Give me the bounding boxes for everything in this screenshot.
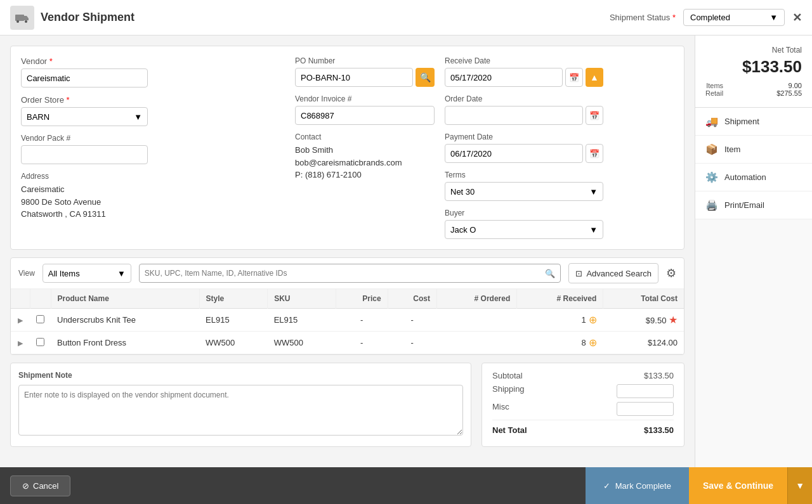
close-button[interactable]: ✕ bbox=[792, 11, 802, 25]
advanced-search-button[interactable]: ⊡ Advanced Search bbox=[568, 263, 658, 283]
right-sidebar: Net Total $133.50 Items Retail 9.00 $275… bbox=[695, 36, 812, 467]
price-cell: - bbox=[336, 309, 388, 332]
table-row: ▶ Button Front Dress WW500 WW500 - - 8 ⊕… bbox=[11, 332, 684, 354]
col-ordered: # Ordered bbox=[437, 289, 517, 309]
modal-header: Vendor Shipment Shipment Status * Comple… bbox=[0, 0, 812, 36]
address-field-group: Address Careismatic 9800 De Soto Avenue … bbox=[21, 172, 148, 221]
sidebar-nav-label: Item bbox=[724, 145, 740, 154]
form-section: Vendor * Order Store * BARN ▼ Vendor Pac… bbox=[10, 46, 684, 250]
col-sku: SKU bbox=[268, 289, 336, 309]
received-cell: 1 ⊕ bbox=[517, 309, 603, 332]
col-check bbox=[30, 289, 51, 309]
expand-cell[interactable]: ▶ bbox=[11, 332, 30, 354]
items-section: View All Items ▼ 🔍 ⊡ Advanced Search ⚙ bbox=[10, 257, 684, 355]
add-received-button[interactable]: ⊕ bbox=[589, 337, 597, 349]
sidebar-nav: 🚚 Shipment 📦 Item ⚙️ Automation 🖨️ Print… bbox=[695, 108, 812, 219]
items-search-input[interactable] bbox=[145, 269, 546, 278]
buyer-field-group: Buyer Jack O ▼ bbox=[445, 209, 603, 239]
receive-date-up-button[interactable]: ▲ bbox=[586, 68, 603, 87]
misc-row: Misc bbox=[492, 402, 674, 416]
payment-date-calendar-button[interactable]: 📅 bbox=[586, 144, 603, 163]
header-right: Shipment Status * Completed ▼ ✕ bbox=[610, 9, 802, 26]
subtotal-row: Subtotal $133.50 bbox=[492, 371, 674, 380]
col-cost: Cost bbox=[388, 289, 436, 309]
cancel-icon: ⊘ bbox=[22, 481, 29, 491]
net-total-panel: Net Total $133.50 Items Retail 9.00 $275… bbox=[695, 36, 812, 108]
address-text: Careismatic 9800 De Soto Avenue Chatswor… bbox=[21, 183, 148, 221]
main-content: Vendor * Order Store * BARN ▼ Vendor Pac… bbox=[0, 36, 695, 467]
shipping-row: Shipping bbox=[492, 384, 674, 398]
vendor-input[interactable] bbox=[21, 68, 148, 87]
order-date-calendar-button[interactable]: 📅 bbox=[586, 106, 603, 125]
modal-footer: ⊘ Cancel ✓ Mark Complete Save & Continue… bbox=[0, 467, 812, 504]
terms-field-group: Terms Net 30 ▼ bbox=[445, 171, 603, 201]
truck-icon bbox=[10, 6, 34, 30]
row-checkbox[interactable] bbox=[36, 338, 44, 346]
svg-point-2 bbox=[25, 20, 27, 23]
sidebar-shipment-icon: 🚚 bbox=[705, 115, 718, 127]
sidebar-nav-item-print/email[interactable]: 🖨️ Print/Email bbox=[695, 191, 812, 219]
sidebar-item-icon: 📦 bbox=[705, 143, 718, 155]
expand-cell[interactable]: ▶ bbox=[11, 309, 30, 332]
sidebar-automation-icon: ⚙️ bbox=[705, 171, 718, 183]
order-date-input[interactable] bbox=[445, 106, 583, 125]
product-name-cell: Button Front Dress bbox=[51, 332, 199, 354]
order-store-select[interactable]: BARN ▼ bbox=[21, 107, 148, 126]
sidebar-print/email-icon: 🖨️ bbox=[705, 199, 718, 211]
settings-gear-button[interactable]: ⚙ bbox=[666, 266, 676, 280]
po-number-field-group: PO Number 🔍 bbox=[295, 56, 435, 87]
header-left: Vendor Shipment bbox=[10, 6, 134, 30]
contact-text: Bob Smith bob@careismaticbrands.com P: (… bbox=[295, 144, 435, 181]
cancel-button[interactable]: ⊘ Cancel bbox=[10, 475, 70, 496]
shipping-input[interactable] bbox=[617, 384, 674, 398]
check-cell[interactable] bbox=[30, 332, 51, 354]
vendor-pack-input[interactable] bbox=[21, 145, 148, 164]
save-continue-button[interactable]: Save & Continue bbox=[689, 467, 787, 504]
items-toolbar: View All Items ▼ 🔍 ⊡ Advanced Search ⚙ bbox=[11, 258, 684, 289]
total-cost-cell: $9.50 ★ bbox=[603, 309, 684, 332]
receive-date-calendar-button[interactable]: 📅 bbox=[565, 68, 583, 87]
sidebar-nav-item-shipment[interactable]: 🚚 Shipment bbox=[695, 108, 812, 136]
payment-date-input[interactable] bbox=[445, 144, 583, 163]
save-dropdown-button[interactable]: ▼ bbox=[787, 467, 812, 504]
vendor-invoice-field-group: Vendor Invoice # bbox=[295, 94, 435, 125]
view-select[interactable]: All Items ▼ bbox=[43, 264, 131, 283]
mark-complete-button[interactable]: ✓ Mark Complete bbox=[586, 467, 689, 504]
shipment-status-dropdown[interactable]: Completed ▼ bbox=[683, 9, 785, 26]
advanced-search-icon: ⊡ bbox=[575, 269, 582, 278]
po-search-button[interactable]: 🔍 bbox=[416, 68, 435, 87]
sidebar-net-total-value: $133.50 bbox=[705, 57, 802, 77]
sidebar-meta: Items Retail 9.00 $275.55 bbox=[705, 82, 802, 97]
ordered-cell bbox=[437, 309, 517, 332]
items-search-wrap: 🔍 bbox=[139, 264, 561, 283]
sku-cell: EL915 bbox=[268, 309, 336, 332]
footer-right: ✓ Mark Complete Save & Continue ▼ bbox=[586, 467, 812, 504]
style-cell: WW500 bbox=[199, 332, 268, 354]
check-cell[interactable] bbox=[30, 309, 51, 332]
buyer-select[interactable]: Jack O ▼ bbox=[445, 220, 603, 239]
misc-input[interactable] bbox=[617, 402, 674, 416]
vendor-pack-field-group: Vendor Pack # bbox=[21, 134, 148, 164]
shipment-note-textarea[interactable] bbox=[18, 385, 463, 436]
sidebar-nav-item-automation[interactable]: ⚙️ Automation bbox=[695, 164, 812, 191]
sidebar-nav-item-item[interactable]: 📦 Item bbox=[695, 136, 812, 164]
col-style: Style bbox=[199, 289, 268, 309]
terms-select[interactable]: Net 30 ▼ bbox=[445, 182, 603, 201]
footer-left: ⊘ Cancel bbox=[0, 467, 586, 504]
vendor-invoice-input[interactable] bbox=[295, 106, 435, 125]
table-row: ▶ Underscrubs Knit Tee EL915 EL915 - - 1… bbox=[11, 309, 684, 332]
shipment-status-label: Shipment Status * bbox=[610, 13, 676, 22]
payment-date-field-group: Payment Date 📅 bbox=[445, 132, 603, 163]
price-cell: - bbox=[336, 332, 388, 354]
po-number-input[interactable] bbox=[295, 68, 413, 87]
bottom-section: Shipment Note Subtotal $133.50 Shipping … bbox=[10, 363, 684, 447]
receive-date-input[interactable] bbox=[445, 68, 563, 87]
received-cell: 8 ⊕ bbox=[517, 332, 603, 354]
row-checkbox[interactable] bbox=[36, 315, 44, 323]
add-received-button[interactable]: ⊕ bbox=[589, 314, 597, 326]
sidebar-nav-label: Automation bbox=[724, 172, 766, 182]
cost-cell: - bbox=[388, 332, 436, 354]
sku-cell: WW500 bbox=[268, 332, 336, 354]
contact-field-group: Contact Bob Smith bob@careismaticbrands.… bbox=[295, 132, 435, 181]
ordered-cell bbox=[437, 332, 517, 354]
